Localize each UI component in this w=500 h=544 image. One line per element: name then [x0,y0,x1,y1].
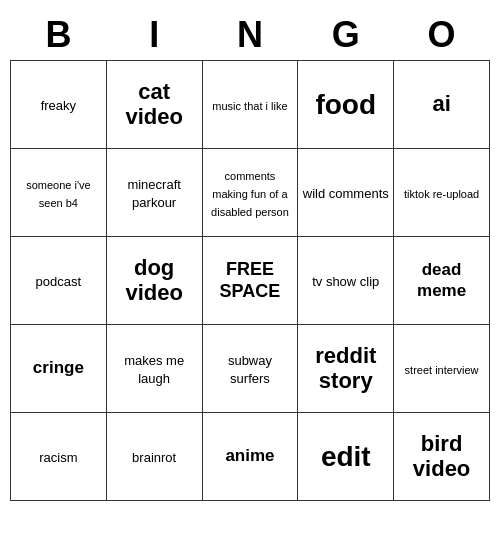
cell-4-3: edit [298,413,394,501]
header-i: I [106,10,202,61]
cell-label: cringe [33,358,84,377]
table-row: racismbrainrotanimeeditbird video [11,413,490,501]
header-b: B [11,10,107,61]
cell-0-0: freaky [11,61,107,149]
cell-label: racism [39,450,77,465]
cell-2-2: FREE SPACE [202,237,298,325]
cell-label: makes me laugh [124,353,184,386]
cell-4-4: bird video [394,413,490,501]
header-g: G [298,10,394,61]
cell-0-3: food [298,61,394,149]
cell-label: podcast [36,274,82,289]
table-row: someone i've seen b4minecraft parkourcom… [11,149,490,237]
cell-3-4: street interview [394,325,490,413]
cell-1-2: comments making fun of a disabled person [202,149,298,237]
cell-1-3: wild comments [298,149,394,237]
cell-3-1: makes me laugh [106,325,202,413]
cell-3-2: subway surfers [202,325,298,413]
cell-label: anime [225,446,274,465]
cell-label: ai [432,91,450,116]
cell-label: comments making fun of a disabled person [211,170,289,218]
table-row: cringemakes me laughsubway surfersreddit… [11,325,490,413]
table-row: freakycat videomusic that i likefoodai [11,61,490,149]
cell-label: someone i've seen b4 [26,179,90,209]
cell-label: subway surfers [228,353,272,386]
header-row: B I N G O [11,10,490,61]
bingo-grid: B I N G O freakycat videomusic that i li… [10,10,490,501]
cell-label: street interview [405,364,479,376]
cell-label: tv show clip [312,274,379,289]
table-row: podcastdog videoFREE SPACEtv show clipde… [11,237,490,325]
cell-label: minecraft parkour [127,177,180,210]
header-n: N [202,10,298,61]
cell-label: edit [321,441,371,472]
cell-label: reddit story [315,343,376,392]
cell-0-4: ai [394,61,490,149]
cell-2-3: tv show clip [298,237,394,325]
cell-label: dead meme [417,260,466,299]
cell-4-1: brainrot [106,413,202,501]
cell-3-0: cringe [11,325,107,413]
cell-1-0: someone i've seen b4 [11,149,107,237]
cell-label: FREE SPACE [220,259,281,301]
cell-label: cat video [125,79,182,128]
cell-4-2: anime [202,413,298,501]
cell-2-0: podcast [11,237,107,325]
header-o: O [394,10,490,61]
cell-4-0: racism [11,413,107,501]
cell-3-3: reddit story [298,325,394,413]
cell-0-2: music that i like [202,61,298,149]
cell-label: food [315,89,376,120]
cell-label: tiktok re-upload [404,188,479,200]
cell-label: brainrot [132,450,176,465]
cell-1-1: minecraft parkour [106,149,202,237]
cell-label: freaky [41,98,76,113]
cell-label: dog video [125,255,182,304]
cell-2-4: dead meme [394,237,490,325]
cell-label: music that i like [212,100,287,112]
cell-1-4: tiktok re-upload [394,149,490,237]
cell-2-1: dog video [106,237,202,325]
cell-label: bird video [413,431,470,480]
cell-label: wild comments [303,186,389,201]
cell-0-1: cat video [106,61,202,149]
